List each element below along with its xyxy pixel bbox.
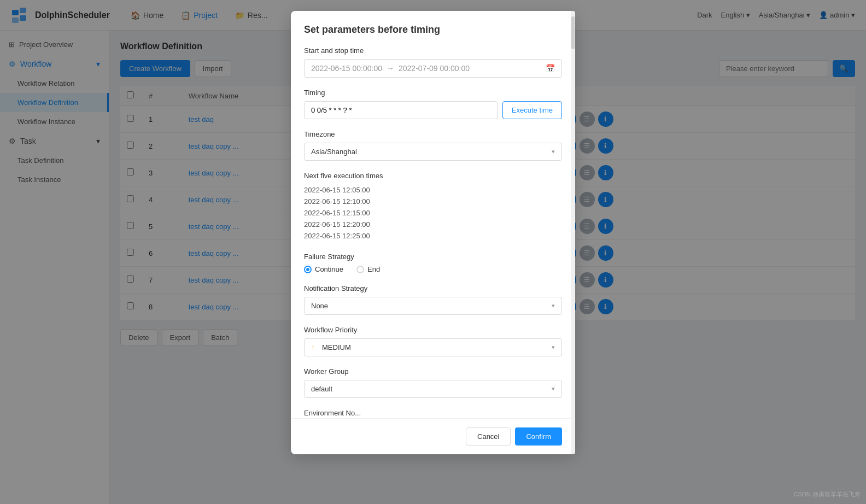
timing-row: Execute time [304, 101, 562, 119]
priority-row: ↑ MEDIUM [311, 343, 351, 351]
start-stop-time-group: Start and stop time 2022-06-15 00:00:00 … [304, 46, 562, 78]
time-range-picker[interactable]: 2022-06-15 00:00:00 → 2022-07-09 00:00:0… [304, 59, 562, 78]
exec-times-label: Next five execution times [304, 172, 562, 180]
end-time: 2022-07-09 00:00:00 [399, 64, 470, 73]
scroll-thumb [571, 16, 575, 49]
priority-value: MEDIUM [322, 343, 351, 351]
timezone-select[interactable]: Asia/Shanghai ▾ [304, 143, 562, 161]
worker-group-value: default [311, 385, 332, 393]
chevron-down-icon: ▾ [552, 148, 555, 155]
priority-arrow-icon: ↑ [311, 344, 314, 351]
start-stop-label: Start and stop time [304, 46, 562, 55]
worker-group-select[interactable]: default ▾ [304, 380, 562, 398]
timezone-value: Asia/Shanghai [311, 148, 357, 156]
watermark: CSDN @勇敢羊羊在飞奔 [794, 490, 861, 499]
notification-strategy-group: Notification Strategy None ▾ [304, 284, 562, 315]
radio-continue-circle [304, 266, 312, 273]
modal-footer: Cancel Confirm [291, 418, 575, 454]
modal-title: Set parameters before timing [304, 24, 562, 36]
radio-end[interactable]: End [356, 265, 380, 273]
workflow-priority-select[interactable]: ↑ MEDIUM ▾ [304, 338, 562, 356]
modal-body: Set parameters before timing Start and s… [291, 11, 575, 418]
exec-times-list: 2022-06-15 12:05:002022-06-15 12:10:0020… [304, 184, 562, 242]
environment-group: Environment No... [304, 409, 562, 417]
calendar-icon[interactable]: 📅 [546, 64, 555, 73]
execute-time-button[interactable]: Execute time [502, 101, 562, 119]
exec-times-group: Next five execution times 2022-06-15 12:… [304, 172, 562, 242]
failure-strategy-radio-group: Continue End [304, 265, 562, 273]
workflow-priority-label: Workflow Priority [304, 326, 562, 334]
timezone-label: Timezone [304, 130, 562, 138]
radio-end-label: End [367, 265, 380, 273]
exec-time-item: 2022-06-15 12:15:00 [304, 207, 562, 219]
timing-label: Timing [304, 89, 562, 97]
notification-strategy-label: Notification Strategy [304, 284, 562, 292]
failure-strategy-group: Failure Strategy Continue End [304, 253, 562, 273]
worker-group-label: Worker Group [304, 367, 562, 376]
timezone-group: Timezone Asia/Shanghai ▾ [304, 130, 562, 161]
radio-continue-label: Continue [315, 265, 343, 273]
exec-time-item: 2022-06-15 12:25:00 [304, 230, 562, 242]
cancel-button[interactable]: Cancel [466, 427, 511, 446]
exec-time-item: 2022-06-15 12:20:00 [304, 219, 562, 230]
arrow-icon: → [387, 64, 394, 73]
worker-group-group: Worker Group default ▾ [304, 367, 562, 398]
timing-input[interactable] [304, 101, 498, 119]
workflow-priority-group: Workflow Priority ↑ MEDIUM ▾ [304, 326, 562, 356]
confirm-button[interactable]: Confirm [515, 427, 562, 446]
notification-value: None [311, 302, 328, 310]
exec-time-item: 2022-06-15 12:05:00 [304, 184, 562, 196]
modal-overlay[interactable]: Set parameters before timing Start and s… [0, 0, 866, 504]
chevron-down-icon-2: ▾ [552, 302, 555, 309]
notification-strategy-select[interactable]: None ▾ [304, 297, 562, 315]
radio-continue[interactable]: Continue [304, 265, 343, 273]
failure-strategy-label: Failure Strategy [304, 253, 562, 261]
modal-scrollbar[interactable] [571, 11, 575, 454]
chevron-down-icon-4: ▾ [552, 385, 555, 392]
modal-dialog: Set parameters before timing Start and s… [291, 11, 575, 454]
timing-group: Timing Execute time [304, 89, 562, 119]
exec-time-item: 2022-06-15 12:10:00 [304, 196, 562, 207]
chevron-down-icon-3: ▾ [552, 344, 555, 351]
start-time: 2022-06-15 00:00:00 [311, 64, 382, 73]
radio-end-circle [356, 266, 364, 273]
environment-label: Environment No... [304, 409, 562, 417]
